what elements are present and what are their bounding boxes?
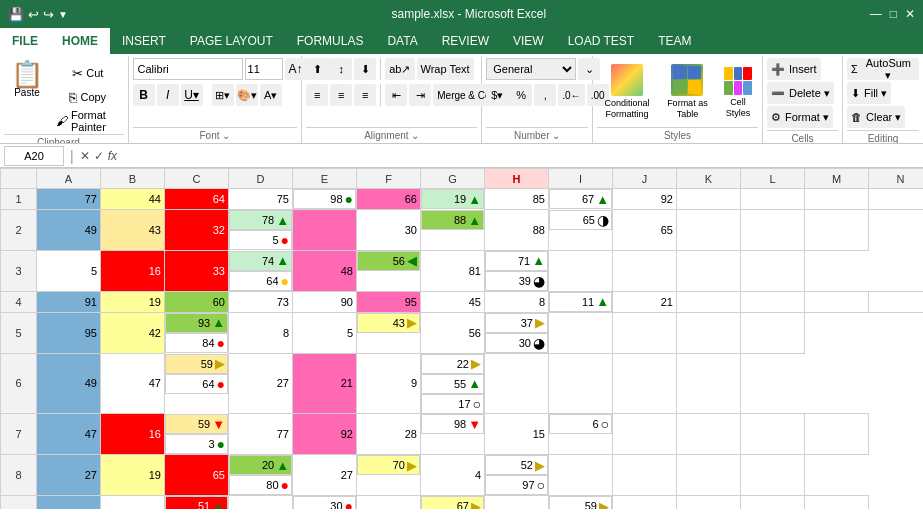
cell-D8[interactable]: 20▲ [229,455,292,475]
cell-M3[interactable] [677,250,741,291]
cell-A6[interactable]: 49 [37,353,101,414]
row-num-5[interactable]: 5 [1,312,37,353]
font-name-input[interactable] [133,58,243,80]
cell-F9[interactable]: 27 [357,496,421,510]
col-header-I[interactable]: I [549,169,613,189]
cell-N8[interactable] [741,455,805,496]
italic-button[interactable]: I [157,84,179,106]
decrease-indent-button[interactable]: ⇤ [385,84,407,106]
cell-G5[interactable]: 43▶ [357,313,420,333]
insert-function-icon[interactable]: fx [108,149,117,163]
cell-D5[interactable]: 84● [165,333,228,353]
cell-I5[interactable]: 37▶ [485,313,548,333]
cell-E6[interactable]: 27 [229,353,293,414]
cell-A9[interactable]: 48 [37,496,101,510]
cell-J3[interactable]: 39◕ [485,271,548,291]
cell-F1[interactable]: 66 [357,189,421,210]
tab-formulas[interactable]: FORMULAS [285,28,376,54]
cell-H3[interactable]: 81 [421,250,485,291]
cell-K3[interactable] [549,250,613,291]
tab-file[interactable]: FILE [0,28,50,54]
cell-N4[interactable] [869,291,924,312]
redo-icon[interactable]: ↪ [43,7,54,22]
cell-H2[interactable]: 88▲ [421,210,484,230]
col-header-J[interactable]: J [613,169,677,189]
cell-K4[interactable] [677,291,741,312]
cell-B5[interactable]: 42 [101,312,165,353]
cell-M9[interactable] [741,496,805,510]
bold-button[interactable]: B [133,84,155,106]
cell-C3[interactable]: 33 [165,250,229,291]
cell-F7[interactable]: 92 [293,414,357,455]
row-num-3[interactable]: 3 [1,250,37,291]
cell-G7[interactable]: 28 [357,414,421,455]
cell-L9[interactable] [677,496,741,510]
cell-J8[interactable]: 97○ [485,475,548,495]
format-painter-button[interactable]: 🖌 Format Painter [52,110,124,132]
maximize-button[interactable]: □ [890,7,897,21]
row-num-6[interactable]: 6 [1,353,37,414]
minimize-button[interactable]: — [870,7,882,21]
cell-I9[interactable]: 59▶ [549,496,612,509]
cell-C1[interactable]: 64 [165,189,229,210]
tab-data[interactable]: DATA [375,28,429,54]
cell-L7[interactable] [677,414,741,455]
cell-K8[interactable] [549,455,613,496]
cell-B7[interactable]: 16 [101,414,165,455]
row-num-9[interactable]: 9 [1,496,37,510]
col-header-N[interactable]: N [869,169,924,189]
col-header-D[interactable]: D [229,169,293,189]
font-size-input[interactable] [245,58,283,80]
cell-C9[interactable]: 51▲ [165,496,228,509]
cell-F3[interactable]: 48 [293,250,357,291]
cell-M4[interactable] [805,291,869,312]
insert-button[interactable]: ➕ Insert [767,58,821,80]
cell-M2[interactable] [741,210,805,251]
cell-D6[interactable]: 64● [165,374,228,394]
qa-dropdown-icon[interactable]: ▼ [58,9,68,20]
cell-I2[interactable]: 88 [485,210,549,251]
cell-G8[interactable]: 70▶ [357,455,420,475]
cell-L1[interactable] [741,189,805,210]
orientation-button[interactable]: ab↗ [385,58,414,80]
cell-D1[interactable]: 75 [229,189,293,210]
cell-G1[interactable]: 19▲ [421,189,484,209]
number-expand-icon[interactable]: ⌄ [552,130,560,141]
currency-button[interactable]: $▾ [486,84,508,106]
tab-home[interactable]: HOME [50,28,110,54]
cell-H5[interactable]: 56 [421,312,485,353]
cell-C2[interactable]: 32 [165,210,229,251]
cell-M6[interactable] [613,353,677,414]
cell-K6[interactable] [485,353,549,414]
cell-A8[interactable]: 27 [37,455,101,496]
alignment-expand-icon[interactable]: ⌄ [411,130,419,141]
border-button[interactable]: ⊞▾ [212,84,234,106]
cell-A7[interactable]: 47 [37,414,101,455]
row-num-1[interactable]: 1 [1,189,37,210]
cell-N5[interactable] [741,312,805,353]
cell-B9[interactable]: 34 [101,496,165,510]
percent-button[interactable]: % [510,84,532,106]
cell-N2[interactable] [805,210,869,251]
cell-M7[interactable] [741,414,805,455]
cell-K5[interactable] [549,312,613,353]
cell-K9[interactable] [613,496,677,510]
cell-L2[interactable] [677,210,741,251]
align-bottom-button[interactable]: ⬇ [354,58,376,80]
formula-input[interactable] [121,146,919,166]
clear-button[interactable]: 🗑 Clear ▾ [847,106,905,128]
cell-H9[interactable]: 51 [485,496,549,510]
align-center-button[interactable]: ≡ [330,84,352,106]
cell-C7[interactable]: 59▼ [165,414,228,434]
cell-N3[interactable] [741,250,805,291]
cell-styles-button[interactable]: Cell Styles [718,63,758,121]
cell-C8[interactable]: 65 [165,455,229,496]
cell-I6[interactable]: 55▲ [421,374,484,394]
row-num-2[interactable]: 2 [1,210,37,251]
col-header-B[interactable]: B [101,169,165,189]
cell-F2[interactable] [293,210,357,251]
tab-review[interactable]: REVIEW [430,28,501,54]
cell-H4[interactable]: 8 [485,291,549,312]
align-left-button[interactable]: ≡ [306,84,328,106]
align-right-button[interactable]: ≡ [354,84,376,106]
